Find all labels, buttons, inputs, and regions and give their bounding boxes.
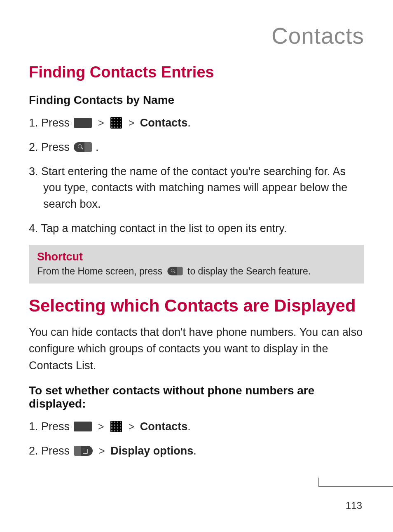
breadcrumb-separator: > [129,421,135,432]
step-1-display: 1. Press > > Contacts. [29,419,364,435]
step-2b-target: Display options [110,445,193,457]
home-key-icon [74,118,92,128]
step-2-display: 2. Press > Display options. [29,443,364,459]
shortcut-callout: Shortcut From the Home screen, press to … [29,245,364,284]
step-1-end: . [187,117,191,129]
shortcut-text-before: From the Home screen, press [37,266,165,277]
step-2-end: . [96,141,99,153]
step-1-prefix: 1. Press [29,117,73,129]
apps-grid-icon [110,421,122,432]
section-finding-title: Finding Contacts Entries [29,63,364,81]
search-key-icon [167,267,182,275]
footer-rule [319,486,393,487]
step-2-find: 2. Press . [29,139,364,155]
search-key-icon [74,142,92,152]
step-4-find: 4. Tap a matching contact in the list to… [29,220,364,237]
home-key-icon [74,422,92,431]
shortcut-text: From the Home screen, press to display t… [37,266,356,277]
footer-rule-v [318,478,319,487]
step-3-find: 3. Start entering the name of the contac… [29,164,364,212]
shortcut-text-after: to display the Search feature. [187,266,311,277]
step-1b-prefix: 1. Press [29,420,73,433]
breadcrumb-separator: > [98,117,104,129]
breadcrumb-separator: > [99,445,105,457]
step-1b-target: Contacts [140,420,188,433]
apps-grid-icon [110,117,122,129]
section-selecting-title: Selecting which Contacts are Displayed [29,296,364,316]
step-1b-end: . [187,420,191,433]
menu-key-icon [74,446,93,456]
step-2b-prefix: 2. Press [29,445,73,457]
breadcrumb-separator: > [98,421,104,432]
page-header-title: Contacts [29,23,364,49]
step-1-find: 1. Press > > Contacts. [29,115,364,131]
subheading-set-display: To set whether contacts without phone nu… [29,384,364,410]
shortcut-title: Shortcut [37,251,356,263]
section2-intro: You can hide contacts that don't have ph… [29,324,364,374]
step-2-prefix: 2. Press [29,141,73,153]
page-number: 113 [346,500,362,511]
step-2b-end: . [193,445,196,457]
subheading-finding-by-name: Finding Contacts by Name [29,94,364,107]
step-1-target: Contacts [140,117,188,129]
breadcrumb-separator: > [129,117,135,129]
